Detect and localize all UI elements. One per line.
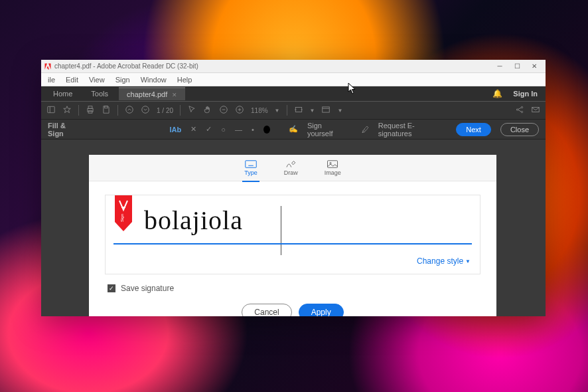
svg-rect-20 [246,161,257,168]
menu-bar: ile Edit View Sign Window Help [41,73,546,86]
selection-icon[interactable] [187,105,196,116]
apply-button[interactable]: Apply [299,304,344,316]
svg-rect-4 [88,111,92,114]
svg-point-16 [516,109,518,110]
menu-sign[interactable]: Sign [110,74,135,85]
read-chevron-icon[interactable]: ▼ [337,108,342,114]
signature-tab-draw[interactable]: Draw [280,157,302,179]
signature-baseline [113,243,472,245]
zoom-level[interactable]: 118% [251,107,268,114]
svg-rect-3 [88,106,92,109]
close-window-button[interactable]: ✕ [526,62,543,70]
print-icon[interactable] [86,105,95,116]
read-mode-icon[interactable] [321,105,331,116]
window-title: chapter4.pdf - Adobe Acrobat Reader DC (… [54,62,198,70]
signature-tab-image[interactable]: Image [321,157,345,179]
sign-in-link[interactable]: Sign In [509,90,542,98]
text-tool-icon[interactable]: IAb [170,126,182,134]
svg-point-6 [126,106,133,114]
page-indicator: 1 / 20 [157,107,173,114]
cancel-button[interactable]: Cancel [242,304,291,316]
signature-input[interactable]: bolajiola [144,205,468,236]
share-icon[interactable] [515,105,524,116]
page-down-icon[interactable] [141,105,150,116]
image-icon [327,159,338,169]
tab-tools[interactable]: Tools [83,88,116,100]
hand-icon[interactable] [203,105,212,116]
save-signature-checkbox[interactable]: ✓ [108,284,115,292]
change-style-label: Change style [417,256,463,266]
x-mark-icon[interactable]: ✕ [190,125,196,134]
tab-home[interactable]: Home [45,88,80,100]
svg-rect-13 [295,108,301,112]
status-dot [482,92,486,96]
close-button[interactable]: Close [500,123,539,136]
tab-document-close-icon[interactable]: ✕ [172,92,177,98]
save-icon[interactable] [102,105,111,116]
main-toolbar: 1 / 20 118% ▼ ▼ ▼ [41,101,546,120]
text-caret [281,206,281,255]
save-signature-label: Save signature [121,284,174,293]
color-picker-icon[interactable] [263,126,270,134]
circle-icon[interactable]: ○ [221,126,226,134]
signature-canvas: Sign bolajiola Change style ▼ [105,195,480,274]
page-current[interactable]: 1 [157,107,161,114]
next-button[interactable]: Next [456,123,491,136]
svg-rect-19 [532,108,540,112]
signature-tab-draw-label: Draw [284,169,298,176]
request-signatures-label[interactable]: Request E-signatures [378,122,438,138]
signature-tab-type-label: Type [244,169,257,176]
svg-point-7 [142,106,149,114]
pencil-icon [285,159,297,169]
star-icon[interactable] [62,105,72,116]
signature-tabs: Type Draw Image [89,155,496,181]
tab-document[interactable]: chapter4.pdf ✕ [119,87,185,100]
mouse-cursor-icon [348,82,357,97]
signature-tab-type[interactable]: Type [240,157,261,179]
titlebar: chapter4.pdf - Adobe Acrobat Reader DC (… [41,60,546,73]
notification-bell-icon[interactable]: 🔔 [492,89,502,98]
dot-icon[interactable]: • [252,126,254,134]
menu-file[interactable]: ile [42,74,60,85]
svg-rect-0 [48,106,55,112]
zoom-chevron-icon[interactable]: ▼ [275,108,280,114]
svg-rect-14 [323,107,330,112]
zoom-in-icon[interactable] [235,105,244,116]
menu-help[interactable]: Help [172,74,198,85]
sign-yourself-label[interactable]: Sign yourself [307,122,343,138]
svg-point-17 [521,106,522,108]
svg-point-18 [521,111,522,112]
menu-view[interactable]: View [84,74,110,85]
svg-text:Sign: Sign [120,214,124,222]
page-up-icon[interactable] [125,105,134,116]
menu-window[interactable]: Window [135,74,172,85]
document-tabs: Home Tools chapter4.pdf ✕ 🔔 Sign In [41,86,546,101]
signature-dialog: Type Draw Image Sign [89,155,496,316]
adobe-icon [44,62,52,70]
line-icon[interactable]: — [235,126,242,134]
svg-rect-5 [105,106,108,108]
tab-document-label: chapter4.pdf [127,90,167,98]
request-signatures-icon[interactable]: 🖊 [362,126,369,134]
fit-width-icon[interactable] [294,105,303,116]
sidebar-toggle-icon[interactable] [46,105,56,116]
email-icon[interactable] [531,105,540,116]
sign-ribbon-icon: Sign [113,195,133,233]
svg-point-27 [330,162,331,163]
change-style-link[interactable]: Change style ▼ [417,256,471,266]
fit-chevron-icon[interactable]: ▼ [310,108,315,114]
fill-sign-label: Fill & Sign [48,122,78,138]
save-signature-row: ✓ Save signature [108,284,480,293]
menu-edit[interactable]: Edit [60,74,84,85]
checkmark-icon[interactable]: ✓ [206,125,212,134]
page-total: 20 [166,107,173,114]
svg-rect-26 [328,161,338,168]
signature-tab-image-label: Image [325,169,341,176]
minimize-button[interactable]: ─ [491,62,508,70]
sign-yourself-icon[interactable]: ✍ [289,125,298,134]
maximize-button[interactable]: ☐ [508,62,526,70]
zoom-out-icon[interactable] [219,105,228,116]
fill-sign-toolbar: Fill & Sign IAb ✕ ✓ ○ — • ✍ Sign yoursel… [41,120,546,140]
document-area: Home Tools chapter4.pdf ✕ 🔔 Sign In 1 / … [41,86,546,316]
chevron-down-icon: ▼ [465,258,471,264]
